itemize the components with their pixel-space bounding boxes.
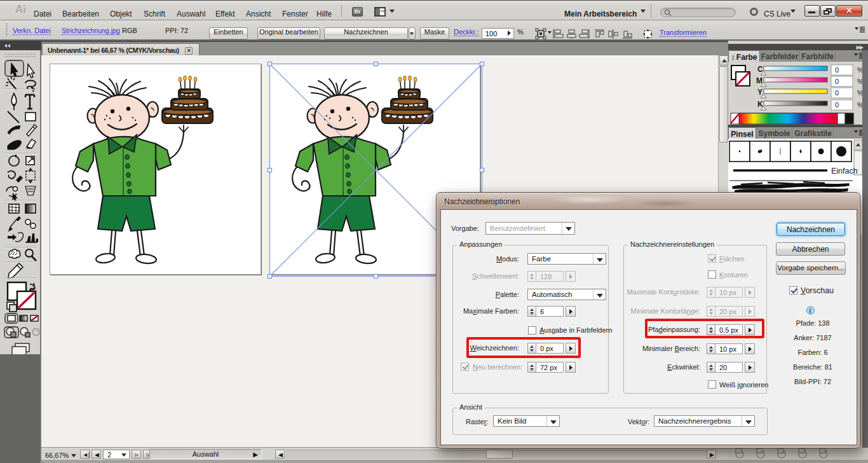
svg-text:0: 0 (835, 66, 839, 74)
svg-text:0: 0 (835, 101, 839, 109)
svg-text:Y: Y (757, 88, 763, 97)
svg-text:M: M (756, 76, 763, 85)
svg-text:0: 0 (835, 89, 839, 97)
svg-text:0: 0 (835, 78, 839, 85)
svg-text:i: i (810, 307, 811, 314)
svg-text:Einfach: Einfach (831, 167, 858, 176)
